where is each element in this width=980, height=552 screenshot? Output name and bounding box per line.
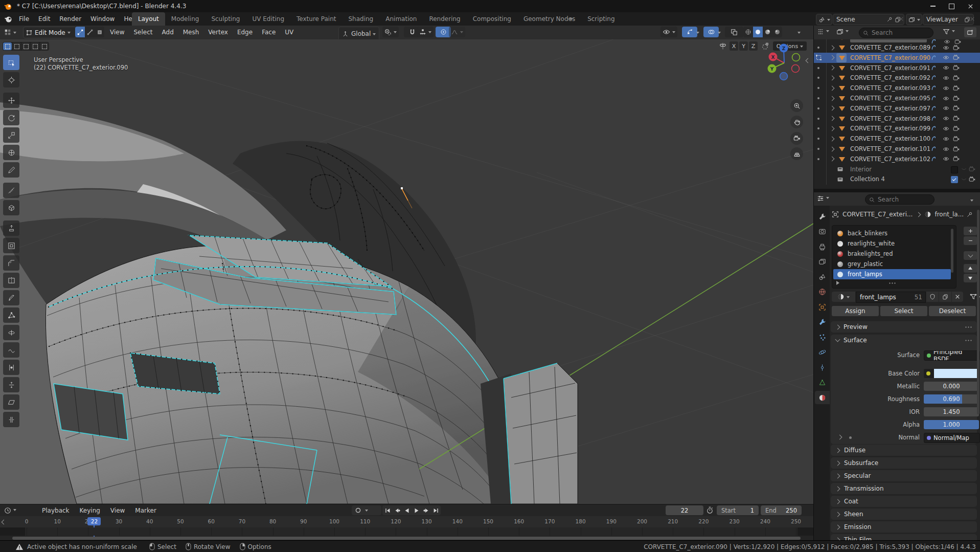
remove-view-layer-icon[interactable] bbox=[970, 16, 975, 21]
properties-tab-material[interactable] bbox=[815, 391, 830, 404]
expand-icon[interactable] bbox=[830, 96, 835, 101]
vertex-select-button[interactable] bbox=[75, 27, 85, 37]
viewport-menu-view[interactable]: View bbox=[105, 26, 129, 39]
hide-eye-icon[interactable] bbox=[943, 105, 949, 112]
rendered-shading-button[interactable] bbox=[772, 27, 782, 37]
workspace-tab-compositing[interactable]: Compositing bbox=[467, 12, 517, 26]
collection-checkbox[interactable] bbox=[951, 166, 958, 173]
users-count-badge[interactable]: 51 bbox=[915, 294, 922, 301]
viewport-menu-uv[interactable]: UV bbox=[280, 26, 298, 39]
editor-type-button[interactable] bbox=[4, 26, 16, 39]
breadcrumb-material[interactable]: front_la... bbox=[935, 211, 964, 218]
pivot-point-dropdown[interactable] bbox=[382, 27, 399, 37]
select-mode-extend-button[interactable] bbox=[12, 42, 21, 50]
hide-eye-icon[interactable] bbox=[943, 64, 949, 71]
properties-tab-modifiers[interactable] bbox=[815, 316, 830, 329]
outliner-row-collection[interactable]: Collection 4 bbox=[814, 174, 980, 184]
view-layer-name-field[interactable]: ViewLayer bbox=[923, 14, 974, 25]
disable-render-camera-icon[interactable] bbox=[953, 136, 960, 142]
material-slot[interactable]: brakelights_red bbox=[833, 249, 951, 259]
surface-panel-header[interactable]: Surface bbox=[831, 335, 977, 346]
material-name-field[interactable]: front_lamps 51 bbox=[856, 292, 926, 303]
color-swatch[interactable] bbox=[934, 369, 979, 378]
mirror-y-button[interactable]: Y bbox=[739, 41, 748, 51]
ior-field[interactable]: 1.450 bbox=[924, 407, 979, 416]
object-name[interactable]: CORVETTE_C7_exterior.095 bbox=[850, 95, 930, 102]
timeline-menu-view[interactable]: View bbox=[105, 504, 130, 516]
expand-icon[interactable] bbox=[830, 116, 835, 121]
disable-render-camera-icon[interactable] bbox=[969, 166, 975, 172]
modifier-icon[interactable] bbox=[930, 125, 937, 132]
hide-eye-icon[interactable] bbox=[943, 54, 949, 61]
expand-icon[interactable] bbox=[830, 85, 835, 91]
start-frame-field[interactable]: Start 1 bbox=[717, 505, 759, 515]
menu-file[interactable]: File bbox=[14, 12, 34, 26]
outliner-row-object[interactable]: CORVETTE_C7_exterior.095 bbox=[814, 93, 980, 103]
gizmos-dropdown[interactable] bbox=[696, 32, 699, 35]
panel-sheen[interactable]: Sheen bbox=[831, 509, 977, 520]
tool-shrink-fatten[interactable] bbox=[3, 377, 19, 392]
expand-icon[interactable] bbox=[830, 146, 835, 151]
menu-render[interactable]: Render bbox=[55, 12, 86, 26]
tool-rotate[interactable] bbox=[3, 110, 19, 125]
fake-user-button[interactable] bbox=[926, 292, 939, 302]
outliner-row-object[interactable]: CORVETTE_C7_exterior.100 bbox=[814, 134, 980, 144]
preview-panel[interactable]: Preview bbox=[831, 321, 977, 333]
expand-icon[interactable] bbox=[830, 75, 835, 80]
modifier-icon[interactable] bbox=[930, 45, 937, 51]
tool-add-cube[interactable] bbox=[3, 200, 19, 215]
properties-tab-view-layer[interactable] bbox=[815, 255, 830, 269]
panel-diffuse[interactable]: Diffuse bbox=[831, 445, 977, 456]
object-name[interactable]: CORVETTE_C7_exterior.093 bbox=[850, 84, 930, 92]
tool-extrude-region[interactable] bbox=[3, 220, 19, 236]
properties-tab-scene[interactable] bbox=[815, 270, 830, 283]
workspace-tab-shading[interactable]: Shading bbox=[342, 12, 379, 26]
mode-selector[interactable]: Edit Mode bbox=[23, 27, 76, 38]
jump-to-prev-keyframe-button[interactable] bbox=[392, 505, 402, 515]
outliner-row-object[interactable]: CORVETTE_C7_exterior.093 bbox=[814, 83, 980, 93]
move-slot-down-button[interactable] bbox=[964, 274, 977, 282]
pan-button[interactable] bbox=[790, 116, 803, 128]
select-button[interactable]: Select bbox=[880, 306, 927, 316]
material-slot[interactable]: back_blinkers bbox=[833, 228, 951, 238]
viewport-menu-mesh[interactable]: Mesh bbox=[178, 26, 204, 39]
tool-rip-region[interactable] bbox=[3, 412, 19, 427]
panel-transmission[interactable]: Transmission bbox=[831, 483, 977, 494]
close-button[interactable] bbox=[961, 0, 980, 12]
hide-eye-icon[interactable] bbox=[943, 45, 949, 51]
tool-cursor[interactable] bbox=[3, 72, 19, 87]
scene-type-button[interactable] bbox=[816, 14, 832, 25]
properties-tab-object[interactable] bbox=[815, 300, 830, 314]
properties-scrollbar[interactable] bbox=[977, 210, 979, 414]
outliner-row-object[interactable]: CORVETTE_C7_exterior.101 bbox=[814, 144, 980, 154]
viewport-menu-face[interactable]: Face bbox=[257, 26, 280, 39]
panel-thin-film[interactable]: Thin Film bbox=[831, 534, 977, 540]
jump-to-start-button[interactable] bbox=[382, 505, 392, 515]
expand-icon[interactable] bbox=[830, 65, 835, 71]
tool-poly-build[interactable] bbox=[3, 307, 19, 323]
timeline-menu-keying[interactable]: Keying bbox=[75, 504, 105, 516]
object-name[interactable]: CORVETTE_C7_exterior.097 bbox=[850, 105, 930, 112]
workspace-tab-sculpting[interactable]: Sculpting bbox=[205, 12, 246, 26]
metallic-field[interactable]: 0.000 bbox=[924, 382, 979, 391]
auto-keying-button[interactable] bbox=[353, 505, 363, 515]
hide-eye-icon[interactable] bbox=[943, 136, 949, 142]
roughness-field[interactable]: 0.690 bbox=[924, 394, 979, 404]
preview-range-button[interactable] bbox=[706, 506, 714, 516]
breadcrumb-object[interactable]: CORVETTE_C7_exteri... bbox=[842, 211, 913, 218]
workspace-tab-animation[interactable]: Animation bbox=[379, 12, 423, 26]
tool-move[interactable] bbox=[3, 93, 19, 108]
tool-inset-faces[interactable] bbox=[3, 238, 19, 253]
outliner-row-object[interactable]: CORVETTE_C7_exterior.099 bbox=[814, 123, 980, 134]
remove-slot-button[interactable] bbox=[964, 236, 977, 245]
proportional-falloff-dropdown[interactable] bbox=[449, 27, 465, 37]
timeline-scrollbar[interactable] bbox=[12, 537, 801, 540]
slots-scrollbar[interactable] bbox=[951, 229, 953, 273]
unlink-material-button[interactable] bbox=[952, 292, 963, 302]
navigation-gizmo[interactable]: Z X Y bbox=[762, 39, 809, 86]
outliner-row-object[interactable]: CORVETTE_C7_exterior.102 bbox=[814, 154, 980, 164]
browse-material-button[interactable] bbox=[832, 292, 855, 302]
material-slot[interactable]: rearlights_white bbox=[833, 238, 951, 249]
outliner-row-object[interactable]: CORVETTE_C7_exterior.089 bbox=[814, 42, 980, 53]
modifier-icon[interactable] bbox=[930, 64, 937, 71]
